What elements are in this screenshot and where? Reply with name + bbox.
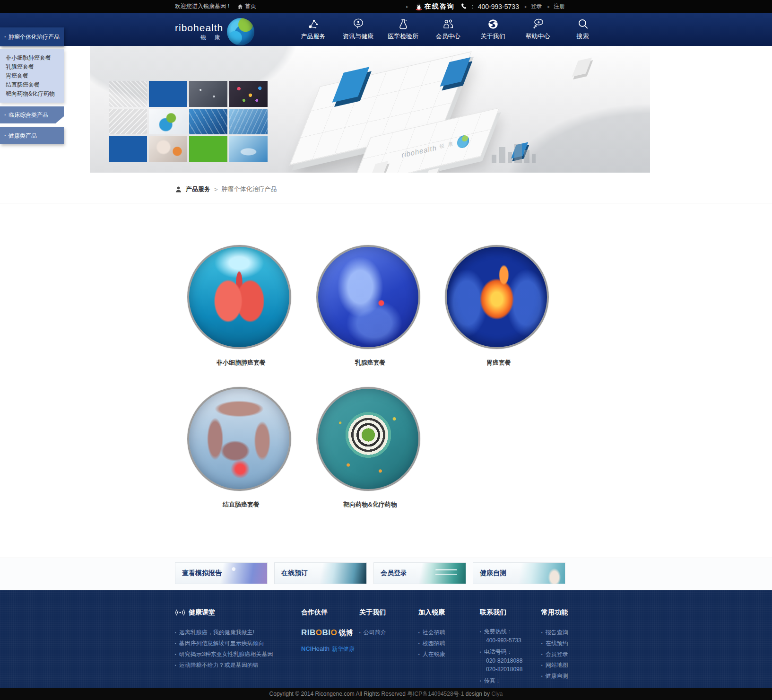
quicklink-member-login[interactable]: 会员登录: [373, 562, 466, 584]
menu-item-members[interactable]: 会员中心: [425, 13, 470, 46]
sidebar-sub-targeted-drugs[interactable]: 靶向药物&化疗药物: [6, 89, 61, 98]
quicklink-label: 查看模拟报告: [182, 569, 222, 578]
footer-title-health-class: 健康课堂: [175, 608, 295, 617]
ribobio-logo[interactable]: RIBOBIO锐博: [301, 628, 357, 638]
menu-label: 关于我们: [481, 32, 505, 41]
topbar: 欢迎您进入锐康基因！ 首页 在线咨询 ： 400-993-573: [0, 0, 772, 13]
footer-link-people[interactable]: 人在锐康: [418, 649, 474, 660]
watermark-cn: 锐 康: [440, 140, 454, 150]
footer-link-article[interactable]: 运动降糖不给力？或是基因的错: [175, 660, 295, 671]
sidebar-sub-breast[interactable]: 乳腺癌套餐: [6, 62, 61, 71]
banner-tile-baby: [149, 136, 187, 162]
footer-col-functions: 常用功能 报告查询 在线预约 会员登录 网站地图 健康自测: [541, 590, 594, 682]
members-icon: [442, 18, 454, 30]
product-card-breast[interactable]: 乳腺癌套餐: [316, 245, 424, 367]
page: 欢迎您进入锐康基因！ 首页 在线咨询 ： 400-993-573: [0, 0, 772, 700]
product-card-stomach[interactable]: 胃癌套餐: [445, 245, 553, 367]
user-icon: [175, 186, 182, 193]
menu-item-help[interactable]: 帮助中心: [515, 13, 560, 46]
home-link[interactable]: 首页: [237, 2, 256, 10]
menu-label: 会员中心: [436, 32, 460, 41]
footer-link-social-recruit[interactable]: 社会招聘: [418, 627, 474, 638]
ncihealth-logo[interactable]: NCIHealth新华健康: [301, 645, 357, 653]
sidebar-item-tumor-products[interactable]: 肿瘤个体化治疗产品: [0, 27, 64, 46]
contact-hotline-label: 免费热线：: [480, 627, 538, 636]
quicklink-image: [319, 563, 366, 584]
product-card-nsclc[interactable]: 非小细胞肺癌套餐: [187, 245, 295, 367]
topbar-left: 欢迎您进入锐康基因！ 首页: [175, 2, 256, 10]
menu-item-news-health[interactable]: 资讯与健康: [336, 13, 381, 46]
menu-item-lab[interactable]: 医学检验所: [381, 13, 425, 46]
logo-en: ribohealth: [175, 22, 223, 34]
news-person-icon: [352, 18, 364, 30]
design-by-text: design by: [464, 691, 491, 697]
banner-tile: [149, 81, 187, 107]
globe-icon: [487, 18, 499, 30]
footer-title-partners: 合作伙伴: [301, 608, 357, 617]
footer-link-sitemap[interactable]: 网站地图: [541, 660, 594, 671]
breadcrumb-strip: 产品服务 > 肿瘤个体化治疗产品: [0, 173, 772, 203]
footer-col-about: 关于我们 公司简介: [359, 590, 412, 638]
designer-link[interactable]: Ciya: [491, 691, 503, 697]
sidebar-item-clinical-products[interactable]: 临床综合类产品: [0, 106, 64, 123]
logo[interactable]: ribohealth 锐 康: [175, 18, 254, 45]
banner-tile: [189, 136, 227, 162]
footer-link-member-login[interactable]: 会员登录: [541, 649, 594, 660]
footer-title-contact: 联系我们: [480, 608, 538, 617]
copyright-bar: Copyright © 2014 Ricongene.com All Right…: [0, 688, 772, 700]
footer-link-article[interactable]: 远离乳腺癌，我的健康我做主!: [175, 627, 295, 638]
contact-tel-label: 电话号码：: [480, 648, 538, 656]
footer-link-company-profile[interactable]: 公司简介: [359, 627, 412, 638]
logo-cn: 锐 康: [175, 34, 223, 41]
hotline-number: 400-993-5733: [478, 3, 519, 10]
footer-link-report-query[interactable]: 报告查询: [541, 627, 594, 638]
product-card-targeted-drugs[interactable]: 靶向药物&化疗药物: [316, 387, 424, 509]
product-card-colorectal[interactable]: 结直肠癌套餐: [187, 387, 295, 509]
quicklink-online-booking[interactable]: 在线预订: [274, 562, 367, 584]
quicklink-health-selftest[interactable]: 健康自测: [473, 562, 565, 584]
footer-link-online-booking[interactable]: 在线预约: [541, 638, 594, 649]
login-link[interactable]: 登录: [525, 2, 542, 10]
menu-label: 帮助中心: [526, 32, 550, 41]
banner-mosaic: [109, 81, 268, 162]
search-icon: [577, 18, 589, 30]
footer-title-functions: 常用功能: [541, 608, 594, 617]
quicklink-view-sample-report[interactable]: 查看模拟报告: [175, 562, 268, 584]
quicklink-image: [418, 563, 466, 584]
footer-link-campus-recruit[interactable]: 校园招聘: [418, 638, 474, 649]
sidebar-item-health-products[interactable]: 健康类产品: [0, 127, 64, 144]
product-label: 结直肠癌套餐: [187, 500, 295, 509]
product-label: 胃癌套餐: [445, 359, 553, 367]
banner-tile-beads: [229, 81, 268, 107]
sidebar-sub-nsclc[interactable]: 非小细胞肺癌套餐: [6, 53, 61, 62]
footer: 健康课堂 远离乳腺癌，我的健康我做主! 基因序列信息解读可显示疾病倾向 研究揭示…: [0, 590, 772, 688]
navbar: ribohealth 锐 康 产品服务 资讯与健康: [0, 13, 772, 46]
dartboard-illustration: [316, 387, 420, 491]
stomach-illustration: [445, 245, 549, 349]
footer-link-article[interactable]: 基因序列信息解读可显示疾病倾向: [175, 638, 295, 649]
colon-illustration: [187, 387, 291, 491]
banner-tile-dna: [189, 81, 227, 107]
flask-icon: [397, 18, 409, 30]
sidebar-sub-stomach[interactable]: 胃癌套餐: [6, 71, 61, 80]
breadcrumb-root[interactable]: 产品服务: [186, 185, 210, 193]
phone-icon: [460, 3, 468, 10]
breadcrumb: 产品服务 > 肿瘤个体化治疗产品: [175, 185, 277, 193]
online-consult-link[interactable]: 在线咨询: [406, 2, 455, 11]
topbar-right: 在线咨询 ： 400-993-5733 登录 注册: [406, 2, 565, 11]
banner-tile-dna: [229, 109, 268, 135]
help-bubble-icon: [532, 18, 544, 30]
contact-fax-label: 传真：: [480, 676, 538, 685]
footer-link-article[interactable]: 研究揭示3种东亚女性乳腺癌相关基因: [175, 649, 295, 660]
menu-item-search[interactable]: 搜索: [560, 13, 605, 46]
copyright-text: Copyright © 2014 Ricongene.com All Right…: [269, 691, 408, 697]
menu-item-products[interactable]: 产品服务: [291, 13, 336, 46]
register-link[interactable]: 注册: [547, 2, 565, 10]
menu-item-about[interactable]: 关于我们: [470, 13, 515, 46]
menu-label: 搜索: [577, 32, 589, 41]
sidebar-sub-colorectal[interactable]: 结直肠癌套餐: [6, 80, 61, 89]
home-icon: [237, 4, 243, 9]
quicklink-strip: 查看模拟报告 在线预订 会员登录 健康自测: [0, 558, 772, 590]
footer-link-health-selftest[interactable]: 健康自测: [541, 671, 594, 682]
footer-health-list: 远离乳腺癌，我的健康我做主! 基因序列信息解读可显示疾病倾向 研究揭示3种东亚女…: [175, 627, 295, 671]
